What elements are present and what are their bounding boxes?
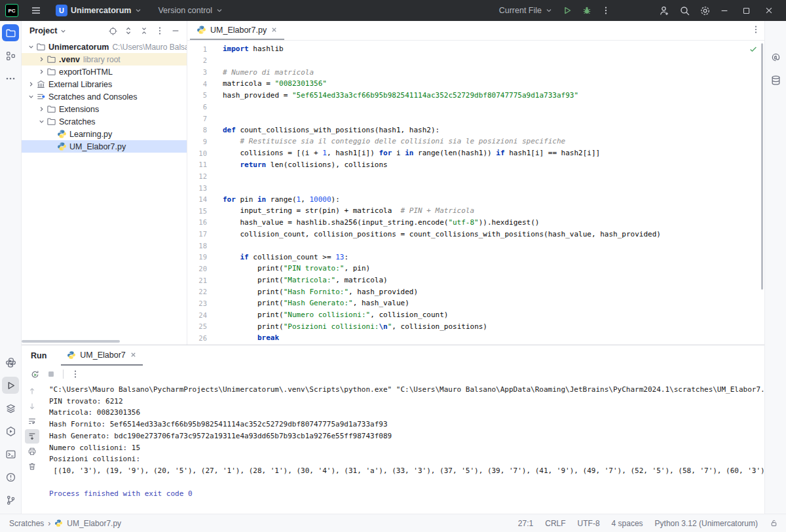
- terminal-icon[interactable]: [2, 446, 19, 463]
- project-panel-title[interactable]: Project: [29, 26, 67, 35]
- line-number[interactable]: 3: [187, 68, 207, 76]
- indent-widget[interactable]: 4 spaces: [612, 519, 643, 528]
- editor-options-icon[interactable]: [751, 25, 760, 36]
- line-number[interactable]: 22: [187, 288, 207, 295]
- project-tool-window-icon[interactable]: [2, 24, 19, 41]
- more-tool-windows-icon[interactable]: [2, 70, 19, 87]
- line-number[interactable]: 13: [187, 184, 207, 192]
- vcs-widget[interactable]: Version control: [153, 2, 228, 19]
- scroll-to-end-icon[interactable]: [25, 429, 39, 444]
- code-with-me-icon[interactable]: [654, 2, 675, 19]
- code-editor[interactable]: 1import hashlib23# Numero di matricola4m…: [187, 41, 764, 345]
- tree-item-unimercatorum[interactable]: UnimercatorumC:\Users\Mauro Balsano\: [22, 41, 187, 53]
- line-number[interactable]: 9: [187, 138, 207, 145]
- line-number[interactable]: 16: [187, 218, 207, 226]
- breadcrumb-scratches[interactable]: Scratches: [9, 519, 44, 528]
- line-number[interactable]: 26: [187, 334, 207, 342]
- more-actions-icon[interactable]: [597, 2, 615, 19]
- problems-icon[interactable]: [2, 468, 19, 485]
- line-number[interactable]: 10: [187, 149, 207, 157]
- line-number[interactable]: 21: [187, 276, 207, 284]
- line-number[interactable]: 12: [187, 172, 207, 180]
- tree-item-scratches-and-consoles[interactable]: Scratches and Consoles: [22, 90, 187, 103]
- run-panel-title[interactable]: Run: [31, 345, 47, 366]
- collapse-all-icon[interactable]: [137, 24, 151, 38]
- run-options-icon[interactable]: [68, 367, 83, 381]
- line-number[interactable]: 20: [187, 265, 207, 273]
- main-menu-icon[interactable]: [26, 2, 46, 19]
- tree-item-learning-py[interactable]: Learning.py: [22, 128, 187, 140]
- python-console-icon[interactable]: [2, 354, 19, 371]
- run-config-selector[interactable]: Current File: [495, 2, 557, 19]
- select-opened-file-icon[interactable]: [105, 24, 120, 38]
- version-control-icon[interactable]: [2, 491, 19, 508]
- line-number[interactable]: 11: [187, 161, 207, 168]
- services-icon[interactable]: [2, 423, 19, 440]
- line-number[interactable]: 4: [187, 80, 207, 88]
- tree-item-um-elabor7-py[interactable]: UM_Elabor7.py: [22, 140, 187, 153]
- line-number[interactable]: 15: [187, 207, 207, 215]
- clear-console-icon[interactable]: [25, 459, 39, 474]
- scroll-up-icon[interactable]: [25, 384, 39, 398]
- line-separator-widget[interactable]: CRLF: [545, 519, 565, 528]
- minimize-button[interactable]: [715, 2, 738, 19]
- maximize-button[interactable]: [738, 2, 760, 19]
- settings-icon[interactable]: [695, 2, 715, 19]
- horizontal-scrollbar[interactable]: [22, 340, 120, 343]
- line-number[interactable]: 2: [187, 56, 207, 64]
- expand-all-icon[interactable]: [121, 24, 136, 38]
- close-tab-icon[interactable]: [271, 26, 278, 33]
- line-number[interactable]: 19: [187, 253, 207, 261]
- editor-tab[interactable]: UM_Elabor7.py: [190, 21, 284, 40]
- structure-tool-window-icon[interactable]: [2, 47, 19, 64]
- line-number[interactable]: 5: [187, 91, 207, 99]
- scroll-down-icon[interactable]: [25, 399, 39, 413]
- line-number[interactable]: 18: [187, 242, 207, 250]
- inspections-ok-icon[interactable]: [749, 45, 758, 56]
- run-tab[interactable]: UM_Elabor7: [61, 345, 142, 366]
- chevron-down-icon[interactable]: [36, 118, 47, 125]
- line-number[interactable]: 25: [187, 322, 207, 330]
- tree-item-scratches[interactable]: Scratches: [22, 115, 187, 128]
- hide-panel-icon[interactable]: [168, 24, 183, 38]
- line-number[interactable]: 14: [187, 195, 207, 203]
- debug-button[interactable]: [577, 2, 597, 19]
- line-number[interactable]: 23: [187, 299, 207, 307]
- line-number[interactable]: 7: [187, 115, 207, 123]
- print-icon[interactable]: [25, 444, 39, 459]
- caret-position-widget[interactable]: 27:1: [518, 519, 533, 528]
- chevron-down-icon[interactable]: [26, 93, 36, 100]
- line-number[interactable]: 1: [187, 45, 207, 53]
- chevron-right-icon[interactable]: [36, 105, 47, 113]
- chevron-down-icon[interactable]: [26, 43, 36, 50]
- tree-item-external-libraries[interactable]: External Libraries: [22, 78, 187, 90]
- rerun-icon[interactable]: [28, 367, 42, 381]
- tree-item-exporttohtml[interactable]: exportToHTML: [22, 66, 187, 78]
- python-interpreter-widget[interactable]: Python 3.12 (Unimercatorum): [655, 519, 758, 528]
- close-button[interactable]: [760, 2, 782, 19]
- database-icon[interactable]: [767, 71, 784, 88]
- python-packages-icon[interactable]: [2, 400, 19, 417]
- lock-icon[interactable]: [770, 519, 778, 527]
- search-everywhere-icon[interactable]: [675, 2, 695, 19]
- encoding-widget[interactable]: UTF-8: [578, 519, 600, 528]
- options-icon[interactable]: [153, 24, 167, 38]
- chevron-right-icon[interactable]: [26, 81, 36, 88]
- tree-item-venv[interactable]: .venvlibrary root: [22, 53, 187, 66]
- line-number[interactable]: 24: [187, 311, 207, 319]
- run-tool-window-icon[interactable]: [2, 377, 19, 394]
- tree-item-extensions[interactable]: Extensions: [22, 103, 187, 115]
- line-number[interactable]: 6: [187, 103, 207, 111]
- line-number[interactable]: 8: [187, 126, 207, 134]
- chevron-right-icon[interactable]: [36, 68, 47, 75]
- chevron-right-icon[interactable]: [36, 56, 47, 63]
- breadcrumb-file[interactable]: UM_Elabor7.py: [67, 519, 121, 528]
- project-selector[interactable]: U Unimercatorum: [51, 2, 147, 19]
- close-tab-icon[interactable]: [130, 351, 137, 358]
- line-number[interactable]: 17: [187, 230, 207, 238]
- console-output[interactable]: "C:\Users\Mauro Balsano\PycharmProjects\…: [43, 383, 764, 514]
- soft-wrap-icon[interactable]: [25, 414, 39, 428]
- stop-icon[interactable]: [44, 367, 58, 381]
- editor-scrollbar[interactable]: [761, 43, 763, 290]
- ai-assistant-icon[interactable]: [767, 48, 784, 66]
